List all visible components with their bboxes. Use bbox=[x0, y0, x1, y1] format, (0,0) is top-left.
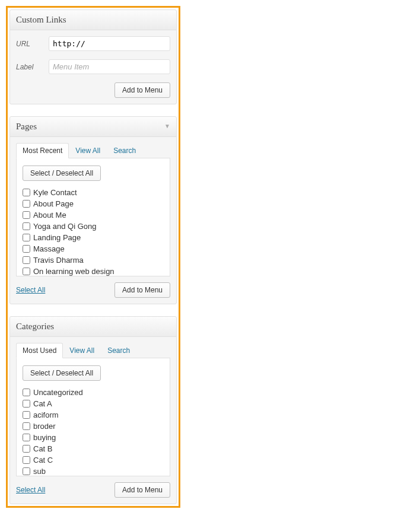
page-item-label: Landing Page bbox=[33, 233, 81, 242]
pages-select-deselect-row: Select / Deselect All bbox=[23, 165, 164, 181]
list-item[interactable]: Cat C bbox=[23, 454, 164, 466]
list-item[interactable]: Uncategorized bbox=[23, 387, 164, 398]
label-label: Label bbox=[16, 63, 49, 71]
page-item-label: About Me bbox=[33, 211, 66, 219]
list-item[interactable]: On learning web design bbox=[23, 266, 164, 276]
list-item[interactable]: broder bbox=[23, 421, 164, 432]
list-item[interactable]: Cat A bbox=[23, 398, 164, 409]
categories-title: Categories bbox=[16, 322, 54, 331]
custom-links-body: URL Label Add to Menu bbox=[10, 30, 176, 104]
page-checkbox[interactable] bbox=[23, 256, 30, 264]
list-item[interactable]: Massage bbox=[23, 243, 164, 254]
page-checkbox[interactable] bbox=[23, 245, 30, 253]
add-to-menu-button[interactable]: Add to Menu bbox=[114, 482, 170, 498]
url-label: URL bbox=[16, 40, 49, 48]
page-item-label: Travis Dharma bbox=[33, 256, 84, 265]
add-to-menu-button[interactable]: Add to Menu bbox=[114, 282, 170, 298]
pages-checklist: Kyle Contact About Page About Me Yoga an… bbox=[23, 187, 164, 276]
chevron-down-icon[interactable]: ▼ bbox=[164, 123, 170, 129]
pages-body: Most Recent View All Search Select / Des… bbox=[10, 137, 176, 304]
page-checkbox[interactable] bbox=[23, 211, 30, 219]
category-checkbox[interactable] bbox=[23, 434, 30, 441]
page-item-label: Yoga and Qi Gong bbox=[33, 222, 97, 231]
pages-bottom-row: Select All Add to Menu bbox=[10, 276, 176, 304]
add-to-menu-button[interactable]: Add to Menu bbox=[114, 82, 170, 98]
categories-select-deselect-row: Select / Deselect All bbox=[23, 365, 164, 381]
list-item[interactable]: Travis Dharma bbox=[23, 254, 164, 266]
page-checkbox[interactable] bbox=[23, 234, 30, 241]
categories-body: Most Used View All Search Select / Desel… bbox=[10, 337, 176, 504]
custom-links-header[interactable]: Custom Links bbox=[10, 10, 176, 30]
pages-panel[interactable]: Select / Deselect All Kyle Contact About… bbox=[16, 158, 170, 276]
pages-header[interactable]: Pages ▼ bbox=[10, 117, 176, 137]
category-item-label: Uncategorized bbox=[33, 388, 83, 397]
list-item[interactable]: Landing Page bbox=[23, 232, 164, 243]
label-input[interactable] bbox=[49, 59, 170, 74]
category-checkbox[interactable] bbox=[23, 411, 30, 419]
category-checkbox[interactable] bbox=[23, 400, 30, 408]
category-item-label: Cat B bbox=[33, 444, 53, 453]
category-checkbox[interactable] bbox=[23, 456, 30, 464]
categories-metabox: Categories Most Used View All Search Sel… bbox=[9, 316, 177, 504]
tab-search[interactable]: Search bbox=[101, 343, 136, 358]
page-checkbox[interactable] bbox=[23, 268, 30, 275]
custom-links-metabox: Custom Links URL Label Add to Menu bbox=[9, 9, 177, 104]
category-checkbox[interactable] bbox=[23, 445, 30, 453]
list-item[interactable]: Kyle Contact bbox=[23, 187, 164, 198]
category-item-label: Cat A bbox=[33, 399, 52, 408]
select-all-link[interactable]: Select All bbox=[16, 486, 45, 494]
category-item-label: broder bbox=[33, 422, 56, 431]
list-item[interactable]: sub bbox=[23, 466, 164, 476]
custom-links-button-row: Add to Menu bbox=[16, 82, 170, 98]
url-input[interactable] bbox=[49, 36, 170, 51]
page-item-label: Kyle Contact bbox=[33, 188, 77, 197]
page-checkbox[interactable] bbox=[23, 200, 30, 208]
categories-bottom-row: Select All Add to Menu bbox=[10, 476, 176, 504]
page-checkbox[interactable] bbox=[23, 189, 30, 196]
categories-header[interactable]: Categories bbox=[10, 317, 176, 337]
category-checkbox[interactable] bbox=[23, 422, 30, 430]
list-item[interactable]: Yoga and Qi Gong bbox=[23, 221, 164, 232]
list-item[interactable]: buying bbox=[23, 432, 164, 443]
category-item-label: sub bbox=[33, 467, 46, 476]
pages-title: Pages bbox=[16, 122, 37, 131]
category-item-label: buying bbox=[33, 433, 56, 442]
list-item[interactable]: Cat B bbox=[23, 443, 164, 454]
label-row: Label bbox=[16, 59, 170, 74]
categories-checklist: Uncategorized Cat A aciform broder buyin… bbox=[23, 387, 164, 476]
tab-search[interactable]: Search bbox=[107, 143, 142, 158]
pages-metabox: Pages ▼ Most Recent View All Search Sele… bbox=[9, 116, 177, 304]
page-item-label: On learning web design bbox=[33, 267, 114, 276]
list-item[interactable]: About Me bbox=[23, 209, 164, 221]
select-deselect-all-button[interactable]: Select / Deselect All bbox=[23, 165, 101, 181]
tab-most-recent[interactable]: Most Recent bbox=[16, 143, 69, 158]
tab-view-all[interactable]: View All bbox=[69, 143, 107, 158]
select-all-link[interactable]: Select All bbox=[16, 286, 45, 294]
highlight-container: Custom Links URL Label Add to Menu Pages… bbox=[6, 6, 180, 508]
categories-tabs: Most Used View All Search bbox=[10, 337, 176, 358]
pages-tabs: Most Recent View All Search bbox=[10, 137, 176, 158]
category-item-label: Cat C bbox=[33, 456, 53, 464]
custom-links-title: Custom Links bbox=[16, 15, 66, 24]
category-checkbox[interactable] bbox=[23, 467, 30, 475]
category-checkbox[interactable] bbox=[23, 389, 30, 396]
tab-view-all[interactable]: View All bbox=[63, 343, 101, 358]
tab-most-used[interactable]: Most Used bbox=[16, 343, 63, 358]
list-item[interactable]: About Page bbox=[23, 198, 164, 209]
page-item-label: About Page bbox=[33, 199, 74, 208]
categories-panel[interactable]: Select / Deselect All Uncategorized Cat … bbox=[16, 358, 170, 476]
category-item-label: aciform bbox=[33, 410, 59, 419]
page-checkbox[interactable] bbox=[23, 222, 30, 230]
select-deselect-all-button[interactable]: Select / Deselect All bbox=[23, 365, 101, 381]
url-row: URL bbox=[16, 36, 170, 51]
page-item-label: Massage bbox=[33, 244, 65, 253]
list-item[interactable]: aciform bbox=[23, 409, 164, 421]
